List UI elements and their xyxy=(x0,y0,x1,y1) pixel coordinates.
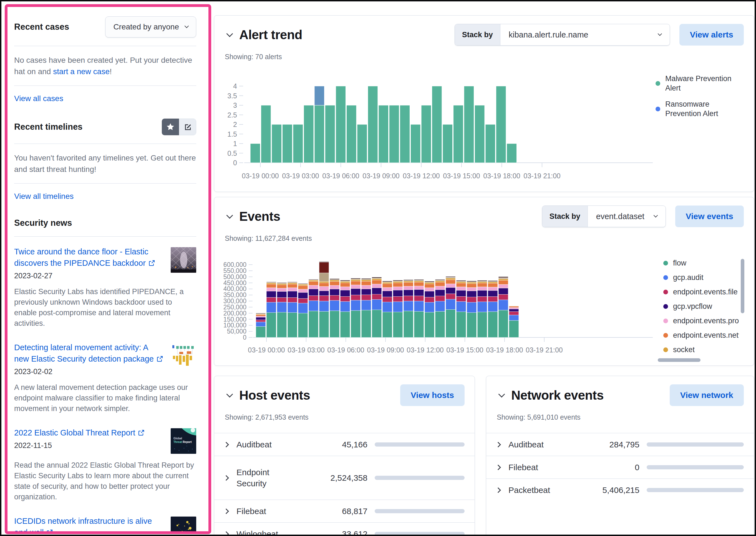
timeline-filter-button-group xyxy=(162,118,196,135)
row-label: Filebeat xyxy=(236,506,301,517)
chevron-right-icon[interactable] xyxy=(223,475,229,481)
row-label: Winlogbeat xyxy=(236,528,301,536)
view-network-button[interactable]: View network xyxy=(670,385,744,406)
favorites-filter-button[interactable] xyxy=(162,118,179,135)
svg-text:0: 0 xyxy=(233,159,237,167)
svg-text:Global: Global xyxy=(173,437,182,440)
legend-item[interactable]: Ransomware Prevention Alert xyxy=(655,99,744,118)
alerts-stack-by-select[interactable]: kibana.alert.rule.name xyxy=(500,24,670,45)
event-count-row: Filebeat0 xyxy=(486,456,754,479)
news-description: A new lateral movement detection package… xyxy=(14,382,196,414)
security-news-section: Security news Twice around the dance flo… xyxy=(14,218,196,534)
collapse-network-events-button[interactable] xyxy=(497,390,506,400)
legend-label: gcp.audit xyxy=(673,273,704,282)
chevron-right-icon[interactable] xyxy=(495,442,501,448)
news-title-link[interactable]: 2022 Elastic Global Threat Report xyxy=(14,427,164,439)
legend-dot-icon xyxy=(655,81,660,86)
svg-text:1: 1 xyxy=(233,140,237,148)
svg-text:3: 3 xyxy=(233,101,237,109)
event-count-row: Packetbeat5,406,215 xyxy=(486,479,754,501)
svg-text:03-19 15:00: 03-19 15:00 xyxy=(443,172,480,180)
row-progress-bar xyxy=(646,442,744,447)
external-link-icon xyxy=(148,260,155,266)
legend-dot-icon xyxy=(663,261,668,265)
network-events-table: Auditbeat284,795Filebeat0Packetbeat5,406… xyxy=(486,433,754,501)
svg-text:3.5: 3.5 xyxy=(227,92,237,100)
svg-text:2: 2 xyxy=(233,120,237,128)
legend-dot-icon xyxy=(655,107,660,111)
row-progress-bar xyxy=(375,532,465,536)
alerts-stack-by-control: Stack by kibana.alert.rule.name xyxy=(455,24,670,46)
chevron-right-icon[interactable] xyxy=(223,509,229,514)
legend-label: endpoint.events.file xyxy=(673,287,738,297)
event-count-row: Winlogbeat33,612 xyxy=(214,522,475,536)
view-hosts-button[interactable]: View hosts xyxy=(400,385,465,406)
recent-cases-title: Recent cases xyxy=(14,22,69,32)
news-title-link[interactable]: ICEDIDs network infrastructure is alive … xyxy=(14,516,164,534)
legend-item[interactable]: endpoint.events.network xyxy=(663,331,739,339)
news-title-link[interactable]: Detecting lateral movement activity: A n… xyxy=(14,342,164,365)
start-new-case-link[interactable]: start a new case xyxy=(53,67,110,76)
cases-filter-dropdown[interactable]: Created by anyone xyxy=(105,17,196,38)
row-progress-bar xyxy=(646,465,744,469)
view-all-cases-link[interactable]: View all cases xyxy=(14,94,63,103)
chevron-right-icon[interactable] xyxy=(223,531,229,536)
row-value: 2,524,358 xyxy=(301,473,367,483)
collapse-host-events-button[interactable] xyxy=(225,390,234,400)
host-events-showing-count: Showing: 2,671,953 events xyxy=(225,413,475,421)
chevron-down-icon xyxy=(658,31,662,36)
network-events-panel: Network events View network Showing: 5,6… xyxy=(486,376,754,536)
alert-trend-panel: Alert trend Stack by kibana.alert.rule.n… xyxy=(214,15,754,192)
sidebar-highlight-region: Recent cases Created by anyone No cases … xyxy=(5,4,211,534)
legend-item[interactable]: socket xyxy=(663,346,739,354)
recent-timelines-title: Recent timelines xyxy=(14,122,82,132)
legend-label: Malware Prevention Alert xyxy=(665,74,744,93)
legend-item[interactable]: Malware Prevention Alert xyxy=(655,74,744,93)
view-events-button[interactable]: View events xyxy=(675,206,744,227)
legend-item[interactable]: gcp.audit xyxy=(663,273,739,282)
security-overview-page: Recent cases Created by anyone No cases … xyxy=(0,0,756,536)
legend-item[interactable]: gcp.vpcflow xyxy=(663,302,739,311)
alert-trend-legend: Malware Prevention AlertRansomware Preve… xyxy=(655,74,744,125)
legend-label: endpoint.events.network xyxy=(673,330,739,340)
network-events-showing-count: Showing: 5,691,010 events xyxy=(497,413,754,421)
collapse-alert-trend-button[interactable] xyxy=(225,30,234,39)
chevron-down-icon xyxy=(226,212,233,218)
chevron-right-icon[interactable] xyxy=(495,465,501,470)
legend-item[interactable]: flow xyxy=(663,259,739,267)
view-alerts-button[interactable]: View alerts xyxy=(679,24,744,46)
news-title-link[interactable]: Twice around the dance floor - Elastic d… xyxy=(14,246,164,269)
svg-text:03-19 15:00: 03-19 15:00 xyxy=(446,346,483,354)
external-link-icon xyxy=(138,429,144,436)
external-link-icon xyxy=(47,529,53,534)
legend-scrollbar-horizontal[interactable] xyxy=(658,358,701,362)
divider xyxy=(14,85,196,86)
svg-text:03-19 21:00: 03-19 21:00 xyxy=(523,172,560,180)
view-all-timelines-link[interactable]: View all timelines xyxy=(14,192,74,201)
star-icon xyxy=(166,123,174,131)
legend-dot-icon xyxy=(663,318,668,323)
legend-dot-icon xyxy=(663,275,668,280)
legend-item[interactable]: endpoint.events.process xyxy=(663,317,739,325)
news-item: Twice around the dance floor - Elastic d… xyxy=(14,246,196,328)
row-value: 33,612 xyxy=(301,529,367,536)
row-label: Filebeat xyxy=(508,462,573,473)
events-legend: flowgcp.auditendpoint.events.filegcp.vpc… xyxy=(663,259,739,360)
events-stack-by-select[interactable]: event.dataset xyxy=(588,206,666,227)
chevron-down-icon xyxy=(498,391,505,397)
svg-text:03-19 18:00: 03-19 18:00 xyxy=(486,346,523,354)
recent-timelines-section: Recent timelines You haven't favorited a… xyxy=(14,118,196,201)
legend-scrollbar-vertical[interactable] xyxy=(741,259,744,313)
news-thumbnail xyxy=(171,247,196,273)
svg-text:Threat Report: Threat Report xyxy=(173,441,192,444)
row-progress-bar xyxy=(375,476,465,480)
cases-empty-after: ! xyxy=(110,67,112,76)
chevron-right-icon[interactable] xyxy=(495,487,501,493)
recently-updated-filter-button[interactable] xyxy=(179,118,196,135)
row-label: Auditbeat xyxy=(236,439,301,450)
chevron-right-icon[interactable] xyxy=(223,442,229,448)
news-description: Read the annual 2022 Elastic Global Thre… xyxy=(14,460,196,502)
svg-text:03-19 12:00: 03-19 12:00 xyxy=(403,172,440,180)
collapse-events-button[interactable] xyxy=(225,212,234,221)
legend-item[interactable]: endpoint.events.file xyxy=(663,288,739,296)
